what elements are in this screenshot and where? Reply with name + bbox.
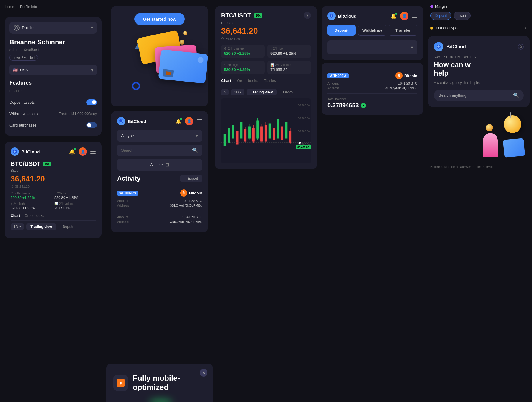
withdraw-button[interactable]: Widthdraw [358, 25, 387, 36]
search-filter-label: Search [121, 148, 133, 153]
card-blue [158, 49, 208, 84]
main-container: Home › Profile Info Profile ▾ [0, 0, 532, 402]
deposit-dropdown[interactable]: ▾ [327, 40, 417, 54]
btc-chart-area: 36,400.00 36,400.00 36,400.00 36,400.00 [221, 98, 311, 163]
dep-amount-label: Amount [327, 82, 339, 85]
col-deposit: BitCloud 🔔 👤 Deposit [319, 0, 426, 402]
btc-price-sub: ⏱ 36,641.20 [221, 37, 311, 40]
fiat-spot-label: Fiat and Spot [436, 26, 458, 30]
dep-address-val: 3DkQyAdif6kQLPMBu [385, 86, 417, 90]
transfer-top-btn[interactable]: Trani [454, 12, 471, 20]
time-filter-label: All time [150, 163, 163, 167]
total-balance-val-row: 0.37894653 + [327, 102, 417, 109]
coin-illustration [480, 112, 527, 160]
bsc-subtitle: SAVE YOUR TIME WITH S [434, 56, 524, 59]
notification-dot [74, 148, 76, 150]
fiat-value: 0 [525, 26, 527, 30]
btc-tab-trades[interactable]: Trades [264, 78, 276, 83]
transfer-button[interactable]: Transfer [389, 25, 417, 36]
btc-time-btn[interactable]: 1D ▾ [231, 89, 244, 95]
address-row-2: Address 3DkOyAdif6kQLPMBu [117, 220, 202, 223]
btc-pair-name: BTC/USDT [221, 12, 251, 19]
margin-dot [430, 5, 433, 8]
search-anything-wrap[interactable]: Search anything 🔍 [434, 90, 524, 101]
close-button[interactable]: ✕ [200, 369, 207, 377]
btc-depth-btn[interactable]: Depth [279, 89, 297, 95]
deposit-logo-icon [327, 12, 336, 20]
svg-point-0 [16, 26, 17, 28]
btc-dropdown-btn[interactable]: ▾ [304, 12, 311, 19]
deposit-header: BitCloud 🔔 👤 [327, 12, 417, 20]
deposit-assets-toggle[interactable] [86, 99, 97, 105]
search-filter-icon: 🔍 [192, 147, 198, 153]
address-val-2: 3DkOyAdif6kQLPMBu [170, 220, 202, 223]
coin-name: Bitcoin [189, 191, 202, 195]
btc-stat-vol: 📊 24h volume 75,655.26 [267, 61, 311, 74]
coin-2 [180, 40, 184, 45]
activity-menu-icon[interactable] [197, 119, 202, 123]
mini-stat-vol: 📊 24h volume 75,655.26 [54, 202, 96, 210]
avatar-mini[interactable]: 👤 [79, 147, 87, 156]
withdraw-assets-value: Enabled $1,000,000/day [59, 112, 97, 116]
mini-tab-orderbooks[interactable]: Order books [25, 214, 44, 218]
mini-pair-subtitle: Bitcoin [11, 168, 96, 173]
deposit-assets-label: Deposit assets [9, 100, 35, 105]
activity-bitcloud-logo: BitCloud [117, 117, 146, 125]
mobile-banner: Fully mobile-optimized ✕ [106, 364, 213, 402]
mobile-icon [113, 375, 128, 391]
coin-stick [510, 112, 511, 118]
btc-coin-name: Bitcoin [221, 21, 311, 25]
deposit-button[interactable]: Deposit [327, 25, 356, 36]
menu-line-1 [90, 150, 96, 150]
al1 [197, 119, 202, 120]
card-purchases-toggle[interactable] [86, 122, 97, 128]
activity-header: Activity ↑ Export [117, 175, 202, 182]
mini-chart-controls: 1D ▾ Trading view Depth [11, 223, 96, 230]
deposit-avatar[interactable]: 👤 [400, 12, 408, 20]
btc-time-label: 1D [234, 90, 239, 94]
activity-avatar[interactable]: 👤 [185, 117, 193, 125]
mini-depth-btn[interactable]: Depth [59, 223, 77, 230]
flag-icon: 🇺🇸 [13, 68, 18, 72]
total-balance-wrap: Total balance 0.37894653 + [327, 97, 417, 109]
btc-tab-orderbooks[interactable]: Order books [237, 78, 258, 83]
mini-trading-view-btn[interactable]: Trading view [26, 223, 56, 230]
mini-pair-title: BTC/USDT 10x [11, 161, 96, 167]
ring-shape [132, 82, 140, 90]
mini-high-val: 520.80 +1.25% [11, 206, 52, 210]
address-row: Address 3DkOyAdif6kOLPMBu [117, 204, 202, 207]
glow-effect [149, 399, 173, 402]
btc-nav-tabs: Chart Order books Trades [221, 78, 311, 85]
btc-vol-label: 24h volume [275, 63, 291, 67]
deposit-menu-icon[interactable] [412, 14, 417, 18]
search-filter[interactable]: Search 🔍 [117, 145, 202, 156]
btc-leverage: 10x [254, 13, 262, 18]
btc-change-val: 520.80 +1.25% [224, 51, 262, 56]
time-filter[interactable]: All time ⊡ [117, 159, 202, 171]
deposit-top-btn[interactable]: Deposit [430, 12, 451, 20]
bsc-bell-icon[interactable] [518, 44, 524, 50]
country-selector[interactable]: 🇺🇸 USA ▾ [9, 65, 97, 75]
dep-address-row: Address 3DkQyAdif6kQLPMBu [327, 86, 417, 90]
coin-info: ₿ Bitcoin [180, 189, 202, 197]
mini-vol-val: 75,655.26 [54, 206, 96, 210]
get-started-button[interactable]: Get started now [134, 13, 184, 25]
btc-trading-view-btn[interactable]: Trading view [247, 89, 277, 95]
type-filter-label: All type [121, 134, 134, 138]
level-label: LEVEL 1 [9, 90, 97, 93]
profile-card: Profile ▾ Breanne Schinner schinner@ui8.… [5, 17, 102, 136]
btc-stat-change: ⏱ 24h change 520.80 +1.25% [221, 45, 265, 58]
mini-time-btn[interactable]: 1D ▾ [11, 223, 24, 230]
deposit-logo: BitCloud [327, 12, 356, 20]
breadcrumb-home[interactable]: Home [5, 5, 14, 9]
btc-expand-btn[interactable]: ⤡ [221, 89, 229, 95]
mini-change-label: ⏱ 24h change [11, 192, 52, 195]
mini-change-val: 520.80 +1.25% [11, 196, 52, 200]
profile-header[interactable]: Profile ▾ [9, 22, 97, 34]
mini-tab-chart[interactable]: Chart [11, 214, 20, 218]
export-button[interactable]: ↑ Export [180, 175, 202, 182]
btc-tab-chart[interactable]: Chart [221, 78, 231, 83]
type-filter[interactable]: All type ▾ [117, 130, 202, 142]
col-search: Margin Deposit Trani Fiat and Spot 0 [426, 0, 532, 402]
menu-icon[interactable] [90, 150, 96, 154]
